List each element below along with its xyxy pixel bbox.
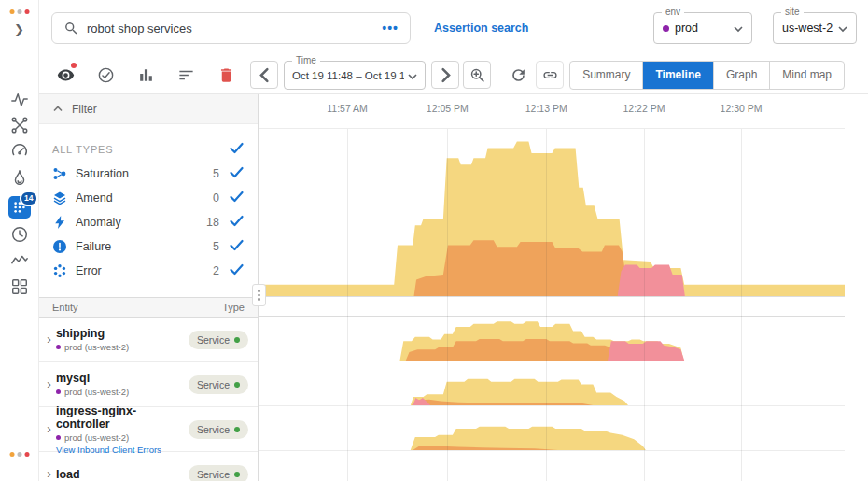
sidebar-item-trend[interactable]	[9, 250, 30, 271]
sidebar-item-history[interactable]	[9, 224, 30, 245]
search-options-icon[interactable]: •••	[382, 21, 399, 35]
entity-area-chart[interactable]	[259, 453, 845, 481]
watch-button[interactable]	[51, 61, 79, 89]
series-critical	[414, 240, 643, 296]
main-content: Filter ALL TYPES Saturation 5 Amend 0	[39, 94, 868, 481]
time-axis: 11:57 AM12:05 PM12:13 PM12:22 PM12:30 PM	[259, 94, 845, 129]
timeline-row-shipping[interactable]	[259, 317, 845, 361]
entity-name: load	[56, 468, 80, 481]
timeline-row-mysql[interactable]	[259, 361, 845, 406]
tab-summary[interactable]: Summary	[570, 62, 642, 89]
time-range-select[interactable]: Time Oct 19 11:48 – Oct 19 1	[284, 61, 426, 90]
filter-count: 5	[213, 240, 219, 253]
tab-mind-map[interactable]: Mind map	[769, 62, 844, 89]
sort-icon	[177, 66, 195, 84]
entity-name: shipping	[56, 327, 129, 340]
search-input[interactable]	[87, 21, 374, 35]
check-icon[interactable]	[228, 165, 245, 182]
filter-count: 18	[206, 216, 219, 229]
entity-name: ingress-nginx-controller	[56, 404, 184, 431]
refresh-button[interactable]	[504, 61, 532, 89]
timeline-row-load[interactable]	[259, 451, 845, 481]
chevron-right-icon[interactable]: ›	[47, 376, 51, 390]
time-prev-button[interactable]	[250, 61, 278, 89]
chevron-down-icon	[408, 67, 417, 84]
env-dot	[56, 435, 61, 440]
sidebar-item-flame[interactable]	[9, 168, 30, 189]
inbound-client-errors-link[interactable]: View Inbound Client Errors	[56, 445, 184, 455]
saturation-icon	[52, 166, 67, 181]
env-select-label: env	[662, 7, 684, 17]
filter-collapse-header[interactable]: Filter	[39, 94, 258, 124]
chevron-right-icon[interactable]: ›	[47, 466, 51, 480]
alert-dot	[71, 63, 77, 68]
share-link-button[interactable]	[536, 61, 564, 89]
sidebar-item-activity[interactable]	[9, 90, 30, 110]
check-icon[interactable]	[228, 141, 245, 158]
assertion-search-link[interactable]: Assertion search	[434, 21, 528, 35]
failure-icon	[52, 239, 67, 254]
filter-row-saturation[interactable]: Saturation 5	[39, 162, 258, 186]
entity-area-chart[interactable]	[259, 408, 845, 450]
filter-count: 2	[213, 264, 219, 277]
entity-area-chart[interactable]	[259, 318, 845, 361]
chevron-right-icon[interactable]: ›	[47, 421, 51, 435]
flame-icon	[10, 169, 29, 188]
entity-row-shipping[interactable]: › shipping prod (us-west-2) Service	[39, 318, 258, 362]
timeline-charts	[259, 129, 845, 481]
filter-row-amend[interactable]: Amend 0	[39, 186, 258, 210]
entity-search-box[interactable]: •••	[51, 12, 411, 44]
timeline-panel: 11:57 AM12:05 PM12:13 PM12:22 PM12:30 PM	[259, 94, 868, 481]
zoom-in-icon	[469, 67, 485, 83]
bar-chart-view-button[interactable]	[132, 61, 160, 89]
filter-row-anomaly[interactable]: Anomaly 18	[39, 210, 258, 234]
timeline-row-ingress-nginx-controller[interactable]	[259, 406, 845, 451]
env-select-value: prod	[675, 21, 698, 35]
sidebar-item-gauge[interactable]	[9, 140, 30, 161]
filter-row-all-types[interactable]: ALL TYPES	[39, 137, 258, 162]
top-bar: ••• Assertion search env prod site us-we…	[39, 0, 868, 56]
filter-label: Saturation	[76, 167, 129, 180]
entity-row-load[interactable]: › load Service	[39, 452, 258, 481]
panel-resize-handle[interactable]	[252, 284, 266, 306]
filter-row-error[interactable]: Error 2	[39, 259, 258, 283]
entity-env: prod (us-west-2)	[64, 432, 129, 443]
check-icon[interactable]	[228, 262, 245, 279]
summary-timeline-chart[interactable]	[259, 129, 845, 297]
check-icon[interactable]	[228, 238, 245, 255]
sidebar-item-apps[interactable]	[9, 276, 30, 297]
env-dot	[56, 345, 61, 349]
site-select-value: us-west-2	[782, 21, 833, 35]
sidebar-item-topology[interactable]	[9, 115, 30, 135]
check-icon[interactable]	[228, 190, 245, 206]
assertions-toggle-button[interactable]	[91, 61, 119, 89]
zoom-button[interactable]	[463, 61, 491, 89]
time-next-button[interactable]	[431, 61, 459, 89]
env-select[interactable]: env prod	[653, 12, 752, 44]
logo-dots	[9, 9, 29, 14]
error-icon	[52, 263, 67, 278]
summary-area-chart[interactable]	[259, 132, 845, 296]
env-dot	[663, 25, 669, 32]
apps-grid-icon	[10, 277, 29, 296]
entity-env: prod (us-west-2)	[64, 387, 129, 397]
site-select[interactable]: site us-west-2	[773, 12, 857, 44]
chevron-right-icon[interactable]: ›	[47, 332, 51, 346]
sidebar-expand-button[interactable]: ❯	[14, 22, 24, 36]
delete-button[interactable]	[212, 61, 240, 89]
view-tabs: Summary Timeline Graph Mind map	[569, 61, 845, 90]
series-error	[608, 341, 684, 361]
entity-area-chart[interactable]	[259, 363, 845, 405]
entity-list-header: Entity Type	[39, 297, 258, 318]
entity-row-ingress-nginx-controller[interactable]: › ingress-nginx-controller prod (us-west…	[39, 407, 258, 452]
entity-row-mysql[interactable]: › mysql prod (us-west-2) Service	[39, 362, 258, 407]
tab-graph[interactable]: Graph	[713, 62, 769, 89]
search-icon	[63, 21, 79, 36]
filter-row-failure[interactable]: Failure 5	[39, 234, 258, 259]
sort-button[interactable]	[172, 61, 200, 89]
time-axis-label: 12:30 PM	[721, 103, 763, 114]
tab-timeline[interactable]: Timeline	[642, 62, 712, 89]
filter-count: 5	[213, 167, 219, 180]
check-icon[interactable]	[228, 214, 245, 231]
sidebar-item-insights-active[interactable]: 14	[8, 196, 31, 219]
